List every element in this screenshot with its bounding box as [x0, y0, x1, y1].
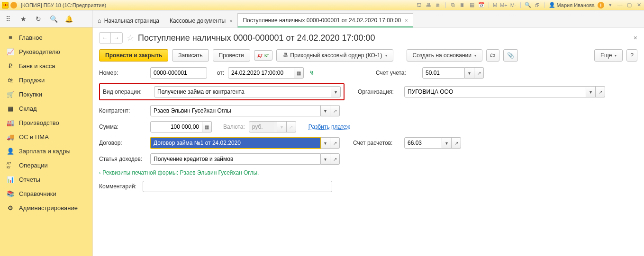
org-field[interactable]	[404, 86, 586, 97]
maximize-icon[interactable]: ▢	[626, 2, 633, 9]
tab-close-icon[interactable]: ×	[405, 18, 408, 23]
print-order-button[interactable]: 🖶Приходный кассовый ордер (КО-1)▾	[276, 49, 393, 62]
mem-m[interactable]: M	[493, 2, 497, 8]
dropdown-icon[interactable]: ▾	[607, 2, 614, 9]
star-icon[interactable]: ★	[19, 15, 27, 23]
attach-button[interactable]: 📎	[503, 49, 518, 62]
open-ref-icon[interactable]: ↗	[330, 153, 340, 165]
bell-icon[interactable]: 🔔	[64, 15, 73, 23]
info-icon[interactable]: i	[598, 2, 604, 9]
save-disk-icon[interactable]: 🖫	[416, 2, 423, 9]
post-and-close-button[interactable]: Провести и закрыть	[99, 49, 168, 62]
open-ref-icon[interactable]: ↗	[452, 137, 461, 149]
dropdown-icon[interactable]: ▾	[586, 86, 596, 97]
more-button[interactable]: Еще▾	[594, 49, 623, 62]
dropdown-icon[interactable]: ▾	[442, 137, 452, 149]
calendar-picker-icon[interactable]: ▦	[294, 67, 304, 79]
number-field[interactable]	[150, 67, 207, 79]
sum-field[interactable]	[150, 121, 202, 132]
factory-icon: 🏭	[7, 119, 14, 126]
forward-button[interactable]: →	[111, 33, 122, 43]
comment-field[interactable]	[143, 181, 332, 192]
sidebar-item-main[interactable]: ≡Главное	[0, 30, 92, 44]
sidebar-item-dictionaries[interactable]: 📚Справочники	[0, 186, 92, 201]
tab-close-icon[interactable]: ×	[229, 18, 232, 24]
ruble-icon: ₽	[7, 62, 14, 70]
settle-label: Счет расчетов:	[353, 140, 400, 146]
print-icon[interactable]: 🖶	[426, 2, 432, 9]
sidebar-item-sales[interactable]: 🛍Продажи	[0, 73, 92, 87]
open-ref-icon[interactable]: ↗	[330, 137, 340, 149]
sidebar-item-production[interactable]: 🏭Производство	[0, 115, 92, 130]
help-button[interactable]: ?	[626, 49, 637, 62]
dropdown-icon[interactable]: ▾	[465, 67, 474, 79]
compare-icon[interactable]: ⧉	[450, 2, 456, 9]
mem-mplus[interactable]: M+	[500, 2, 508, 8]
user-name: Мария Иванова	[557, 2, 595, 8]
book-icon: 📚	[7, 190, 14, 197]
open-ref-icon[interactable]: ↗	[474, 67, 484, 79]
chart-icon: 📈	[7, 48, 14, 55]
search-icon[interactable]: 🔍	[49, 15, 58, 23]
calendar-icon[interactable]: 📅	[478, 2, 485, 9]
sidebar-item-label: Главное	[19, 34, 43, 41]
sidebar-item-operations[interactable]: Дт КтОперации	[0, 158, 92, 172]
contract-field[interactable]	[150, 137, 321, 149]
entries-button[interactable]: ДтКт	[254, 50, 273, 61]
optype-field[interactable]	[154, 86, 331, 97]
sidebar-item-warehouse[interactable]: ▦Склад	[0, 101, 92, 115]
sidebar-item-admin[interactable]: ⚙Администрирование	[0, 201, 92, 215]
open-ref-icon[interactable]: ↗	[596, 86, 605, 97]
date-field[interactable]	[228, 67, 294, 79]
sidebar-item-payroll[interactable]: 👤Зарплата и кадры	[0, 144, 92, 158]
minimize-icon[interactable]: —	[617, 2, 623, 9]
tab-cash-receipt[interactable]: Поступление наличных 0000-000001 от 24.0…	[237, 13, 413, 27]
history-icon[interactable]: ↻	[34, 15, 43, 23]
dropdown-icon[interactable]: ▾	[321, 137, 330, 149]
zoom-icon[interactable]: 🔍	[525, 2, 531, 9]
app-menu-icon[interactable]: ⠿	[4, 15, 12, 23]
dropdown-icon[interactable]: ▾	[321, 105, 330, 116]
tab-home[interactable]: ⌂ Начальная страница	[92, 13, 164, 27]
operation-type-highlight: Вид операции: ▾	[99, 83, 345, 100]
sidebar-item-bank[interactable]: ₽Банк и касса	[0, 59, 92, 73]
settle-field[interactable]	[404, 137, 442, 149]
post-button[interactable]: Провести	[213, 49, 250, 62]
doc-icon[interactable]: 🗎	[435, 2, 442, 9]
sidebar-item-reports[interactable]: 📊Отчеты	[0, 172, 92, 186]
page-title: Поступление наличных 0000-000001 от 24.0…	[138, 33, 375, 43]
print-requisites-toggle[interactable]: › Реквизиты печатной формы: Рзаев Эльвин…	[99, 169, 259, 176]
contract-label: Договор:	[99, 140, 146, 146]
open-ref-icon[interactable]: ↗	[330, 105, 340, 116]
create-based-button[interactable]: Создать на основании▾	[407, 49, 483, 62]
sidebar-item-assets[interactable]: 🚚ОС и НМА	[0, 130, 92, 144]
back-button[interactable]: ←	[100, 33, 111, 43]
user-badge[interactable]: 👤 Мария Иванова	[549, 2, 595, 8]
page-close-icon[interactable]: ×	[634, 34, 637, 42]
counterparty-field[interactable]	[150, 105, 321, 116]
split-payment-link[interactable]: Разбить платеж	[308, 124, 350, 130]
sidebar-item-label: Руководителю	[19, 48, 60, 55]
dropdown-icon[interactable]: ▾	[321, 153, 330, 165]
truck-icon: 🚚	[7, 133, 14, 141]
sidebar-item-director[interactable]: 📈Руководителю	[0, 44, 92, 59]
favorite-star-icon[interactable]: ☆	[127, 33, 134, 43]
income-field[interactable]	[150, 153, 321, 165]
structure-button[interactable]: 🗂	[486, 49, 499, 62]
account-field[interactable]	[422, 67, 465, 79]
cart-icon: 🛒	[7, 90, 14, 98]
dropdown-icon[interactable]: ▾	[331, 86, 341, 97]
user-icon: 👤	[549, 2, 555, 8]
tool-icon[interactable]: 🖩	[459, 2, 466, 9]
mem-mminus[interactable]: M-	[510, 2, 517, 8]
windows-icon[interactable]: 🗗	[534, 2, 541, 9]
calculator-icon[interactable]: ▦	[202, 121, 212, 132]
write-button[interactable]: Записать	[172, 49, 209, 62]
comment-label: Комментарий:	[99, 183, 139, 190]
sidebar-item-label: Склад	[19, 105, 37, 112]
tab-cash-docs[interactable]: Кассовые документы ×	[164, 13, 238, 27]
tab-label: Кассовые документы	[170, 18, 226, 24]
table-icon[interactable]: ▦	[469, 2, 475, 9]
sidebar-item-purchases[interactable]: 🛒Покупки	[0, 87, 92, 101]
close-icon[interactable]: ✕	[635, 2, 642, 9]
